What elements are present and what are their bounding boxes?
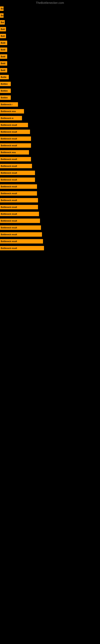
bar-item-2[interactable]: Bo (0, 13, 3, 18)
bar-row: Bottl (0, 67, 100, 74)
bar-item-10[interactable]: Bottl (0, 68, 7, 72)
bar-label-text: Bott (0, 35, 5, 37)
bar-item-7[interactable]: Bottl (0, 48, 7, 52)
bar-label-text: Bottl (0, 49, 6, 51)
bar-label-text: Bo (0, 14, 3, 17)
bar-item-26[interactable]: Bottleneck result (0, 178, 35, 182)
bar-row: Bottle (0, 74, 100, 80)
bar-label-text: Bottleneck result (0, 179, 17, 181)
bar-item-3[interactable]: Bot (0, 20, 5, 24)
bar-label-text: Bottleneck result (0, 131, 17, 133)
bar-row: Bot (0, 19, 100, 26)
bar-label-text: Bottleneck re (0, 117, 14, 119)
bar-row: Bottleneck result (0, 142, 100, 149)
bar-item-36[interactable]: Bottleneck result (0, 246, 44, 250)
bar-row: Bottleneck result (0, 245, 100, 252)
bar-item-20[interactable]: Bottleneck result (0, 136, 31, 141)
bar-row: Bottlen (0, 87, 100, 94)
bar-label-text: Bottleneck result (0, 234, 17, 236)
bar-label-text: Bottleneck result (0, 240, 17, 242)
bar-row: Bottleneck result (0, 231, 100, 238)
bar-row: Bottleneck result (0, 204, 100, 210)
bar-item-12[interactable]: Bottlen (0, 82, 11, 86)
bar-row: Bottleneck result (0, 176, 100, 183)
bar-item-19[interactable]: Bottleneck result (0, 130, 30, 134)
bar-row: Bottleneck result (0, 224, 100, 231)
bar-item-27[interactable]: Bottleneck result (0, 184, 37, 189)
bar-item-28[interactable]: Bottleneck result (0, 191, 37, 196)
bar-label-text: Bo (0, 8, 3, 10)
bar-item-5[interactable]: Bott (0, 34, 6, 38)
bar-item-29[interactable]: Bottleneck result (0, 198, 38, 202)
bar-label-text: Bottlen (0, 83, 8, 85)
bar-item-35[interactable]: Bottleneck result (0, 239, 43, 244)
bar-row: Bottlen (0, 94, 100, 101)
bar-row: Bottleneck result (0, 122, 100, 128)
bar-item-8[interactable]: Bottl (0, 54, 7, 59)
bar-label-text: Bottleneck result (0, 138, 17, 140)
bar-row: Bo (0, 12, 100, 19)
bar-row: Bottl (0, 46, 100, 53)
bar-label-text: Bottleneck result (0, 192, 17, 194)
bar-row: Bo (0, 5, 100, 12)
bar-item-14[interactable]: Bottlen (0, 96, 11, 100)
bar-item-16[interactable]: Bottleneck resu (0, 109, 24, 114)
bar-label-text: Bottleneck result (0, 206, 17, 208)
bar-label-text: Bottleneck result (0, 186, 17, 188)
bar-label-text: Bottleneck result (0, 172, 17, 174)
bar-item-1[interactable]: Bo (0, 6, 3, 11)
bar-item-30[interactable]: Bottleneck result (0, 205, 38, 209)
bar-row: Bottleneck result (0, 190, 100, 197)
bar-label-text: Bottle (0, 76, 7, 78)
bar-label-text: Bottleneck result (0, 213, 17, 215)
bar-label-text: Bottl (0, 69, 6, 72)
bar-label-text: Bott (0, 28, 5, 30)
bar-row: Bottl (0, 40, 100, 46)
bar-item-13[interactable]: Bottlen (0, 88, 11, 93)
bar-row: Bottleneck result (0, 162, 100, 170)
bar-row: Bottl (0, 53, 100, 60)
bar-item-23[interactable]: Bottleneck result (0, 157, 31, 162)
bar-label-text: Bottleneck resu (0, 110, 16, 112)
site-title: TheBottlenecker.com (0, 0, 100, 5)
bars-container: BoBoBotBottBottBottlBottlBottlBottlBottl… (0, 5, 100, 252)
bar-label-text: Bottleneck result (0, 220, 17, 222)
bar-item-31[interactable]: Bottleneck result (0, 212, 39, 216)
bar-item-18[interactable]: Bottleneck result (0, 123, 28, 127)
bar-item-11[interactable]: Bottle (0, 75, 9, 79)
bar-row: Bottleneck r (0, 101, 100, 108)
bar-row: Bottl (0, 60, 100, 67)
bar-item-32[interactable]: Bottleneck result (0, 218, 40, 223)
bar-item-33[interactable]: Bottleneck result (0, 226, 41, 230)
bar-row: Bottleneck re (0, 115, 100, 122)
bar-label-text: Bottl (0, 62, 6, 64)
bar-item-9[interactable]: Bottl (0, 61, 7, 66)
bar-item-15[interactable]: Bottleneck r (0, 102, 18, 107)
bar-item-24[interactable]: Bottleneck result (0, 164, 32, 168)
bar-row: Bottleneck result (0, 197, 100, 204)
bar-row: Bottleneck result (0, 183, 100, 190)
bar-row: Bottleneck result (0, 217, 100, 224)
bar-row: Bottleneck result (0, 156, 100, 162)
bar-label-text: Bottleneck result (0, 247, 17, 249)
bar-item-4[interactable]: Bott (0, 27, 6, 32)
bar-label-text: Bottleneck r (0, 104, 13, 106)
bar-label-text: Bottleneck result (0, 165, 17, 167)
bar-row: Bottleneck resu (0, 108, 100, 115)
bar-label-text: Bottleneck result (0, 158, 17, 160)
bar-row: Bottleneck result (0, 135, 100, 142)
bar-label-text: Bottleneck result (0, 144, 17, 147)
bar-item-21[interactable]: Bottleneck result (0, 143, 31, 148)
bar-item-25[interactable]: Bottleneck result (0, 171, 35, 175)
bar-row: Bottleneck result (0, 238, 100, 245)
bar-item-34[interactable]: Bottleneck result (0, 232, 42, 237)
bar-label-text: Bottlen (0, 90, 8, 92)
bar-item-22[interactable]: Bottleneck resu (0, 150, 29, 154)
bar-item-6[interactable]: Bottl (0, 41, 7, 45)
bar-label-text: Bottleneck result (0, 199, 17, 202)
bar-row: Bottleneck result (0, 128, 100, 135)
bar-row: Bottlen (0, 80, 100, 87)
bar-label-text: Bottleneck result (0, 226, 17, 229)
bar-item-17[interactable]: Bottleneck re (0, 116, 22, 120)
bar-row: Bott (0, 26, 100, 32)
